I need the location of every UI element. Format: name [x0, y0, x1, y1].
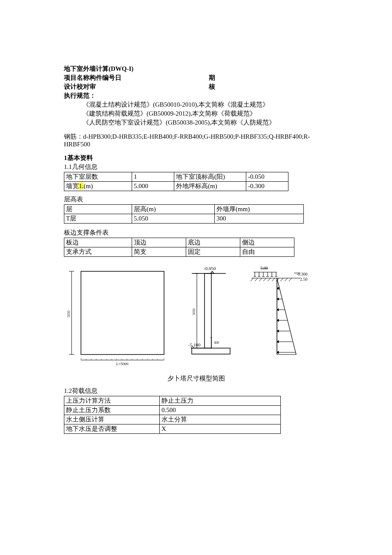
- support-table-title: 板边支撑条件表: [64, 229, 328, 237]
- spec-line-2: 《建筑结构荷载规范》(GB50009-2012),本文简称《荷载规范》: [64, 110, 328, 118]
- proj-row-2: 设计校对审 核: [64, 83, 328, 91]
- wall-width-pre: 墙宽: [66, 183, 79, 189]
- spec-line-1: 《混凝土结构设计规范》(GB50010-2010),本文简称《混凝土规范》: [64, 101, 328, 109]
- svg-line-45: [272, 278, 275, 281]
- svg-rect-24: [192, 348, 230, 354]
- cell-value: 水土分算: [160, 415, 281, 424]
- figure-caption: 夕卜塔尺寸模型简图: [64, 375, 328, 383]
- load-level-a: -0.300: [297, 272, 308, 276]
- load-level-b: 2.50: [300, 277, 308, 282]
- table-row: 地下水压是否调整 X: [64, 424, 281, 434]
- dim-text-vert: 5050: [67, 311, 71, 317]
- wall-width-post: (m): [84, 183, 93, 189]
- cell-label: 外地坪标高(m): [174, 182, 246, 191]
- table-row: T层 5.050 300: [64, 214, 304, 224]
- svg-line-40: [251, 278, 254, 281]
- svg-line-47: [280, 278, 283, 281]
- cell-label: 墙宽1.(m): [64, 182, 132, 191]
- cell-value: T层: [64, 214, 132, 224]
- dim-text-sec-vert: 5050: [192, 308, 196, 315]
- cell-value: -0.300: [246, 182, 288, 191]
- cell-value: 固定: [186, 247, 240, 257]
- support-table: 板边 顶边 底边 侧边 支承方式 简支 固定 自由: [64, 238, 294, 257]
- col-header: 层高(m): [132, 205, 215, 214]
- cell-label: 水土侧压计算: [64, 415, 160, 424]
- wall-width-highlight: 1.: [79, 183, 84, 189]
- svg-line-41: [255, 278, 258, 281]
- cell-value: 自由: [240, 247, 294, 257]
- svg-line-43: [263, 278, 266, 281]
- section-1-1-title: 1.1几何信息: [64, 163, 328, 171]
- table-row: 板边 顶边 底边 侧边: [64, 238, 294, 247]
- svg-rect-22: [205, 273, 211, 348]
- spec-line-3: 《人民防空地下室设计规范》(GB50038-2005),本文简称《人防规范》: [64, 119, 328, 127]
- cell-value: 0.500: [160, 406, 281, 415]
- proj-row-2-right: 核: [209, 83, 215, 91]
- proj-row-2-left: 设计校对审: [64, 83, 209, 91]
- cell-value: -0.050: [246, 172, 288, 182]
- cell-value: 1: [132, 172, 174, 182]
- svg-line-49: [289, 278, 292, 281]
- col-header: 板边: [64, 238, 132, 247]
- svg-line-42: [259, 278, 262, 281]
- cell-label: 支承方式: [64, 247, 132, 257]
- svg-line-44: [268, 278, 271, 281]
- load-top-value: 5.00: [260, 266, 268, 270]
- spec-title: 执行规范：: [64, 92, 328, 100]
- table-row: 层 层高(m) 外墙厚(mm): [64, 205, 304, 214]
- storey-table-title: 层高表: [64, 195, 328, 203]
- rebar-line: 钢筋：d-HPB300;D-HRB335;E-HRB400;F-RRB400;G…: [64, 133, 328, 148]
- cell-value: 简支: [132, 247, 186, 257]
- table-row: 支承方式 简支 固定 自由: [64, 247, 294, 257]
- cell-value: 5.050: [132, 214, 215, 224]
- cell-label: 地下室层数: [64, 172, 132, 182]
- cell-value: 300: [215, 214, 304, 224]
- storey-table: 层 层高(m) 外墙厚(mm) T层 5.050 300: [64, 204, 304, 224]
- cell-value: X: [160, 424, 281, 434]
- table-row: 墙宽1.(m) 5.000 外地坪标高(m) -0.300: [64, 182, 288, 191]
- level-bot: -5.100: [188, 342, 201, 347]
- proj-row-1: 项目名称构件编号日 期: [64, 74, 328, 82]
- section-1-title: 1基本资料: [64, 154, 328, 162]
- table-row: 地下室层数 1 地下室顶标高(阳) -0.050: [64, 172, 288, 182]
- col-header: 顶边: [132, 238, 186, 247]
- cell-label: 地下室顶标高(阳): [174, 172, 246, 182]
- model-diagram: 5050 L=5000 300 -0.050 -5.100 5050: [64, 263, 320, 374]
- table-row: 上压力计算方法 静止土压力: [64, 396, 281, 406]
- cell-value: 5.000: [132, 182, 174, 191]
- table-row: 静止土压力系数 0.500: [64, 406, 281, 415]
- level-top: -0.050: [204, 266, 216, 271]
- cell-label: 地下水压是否调整: [64, 424, 160, 434]
- col-header: 层: [64, 205, 132, 214]
- cell-label: 上压力计算方法: [64, 396, 160, 406]
- svg-line-48: [285, 278, 288, 281]
- dim-text-width: L=5000: [116, 362, 129, 366]
- svg-rect-0: [81, 271, 164, 355]
- proj-row-1-left: 项目名称构件编号日: [64, 74, 209, 82]
- geometry-table: 地下室层数 1 地下室顶标高(阳) -0.050 墙宽1.(m) 5.000 外…: [64, 172, 288, 191]
- figure-wrap: 5050 L=5000 300 -0.050 -5.100 5050: [64, 263, 328, 383]
- proj-row-1-right: 期: [209, 74, 215, 82]
- col-header: 外墙厚(mm): [215, 205, 304, 214]
- col-header: 侧边: [240, 238, 294, 247]
- cell-label: 静止土压力系数: [64, 406, 160, 415]
- table-row: 水土侧压计算 水土分算: [64, 415, 281, 424]
- load-table: 上压力计算方法 静止土压力 静止土压力系数 0.500 水土侧压计算 水土分算 …: [64, 396, 281, 434]
- col-header: 底边: [186, 238, 240, 247]
- section-1-2-title: 1.2荷载信息: [64, 387, 328, 395]
- doc-title: 地下室外墙计算(DWQ-I): [64, 65, 328, 73]
- cell-value: 静止土压力: [160, 396, 281, 406]
- dim-text-thk: 300: [214, 341, 219, 345]
